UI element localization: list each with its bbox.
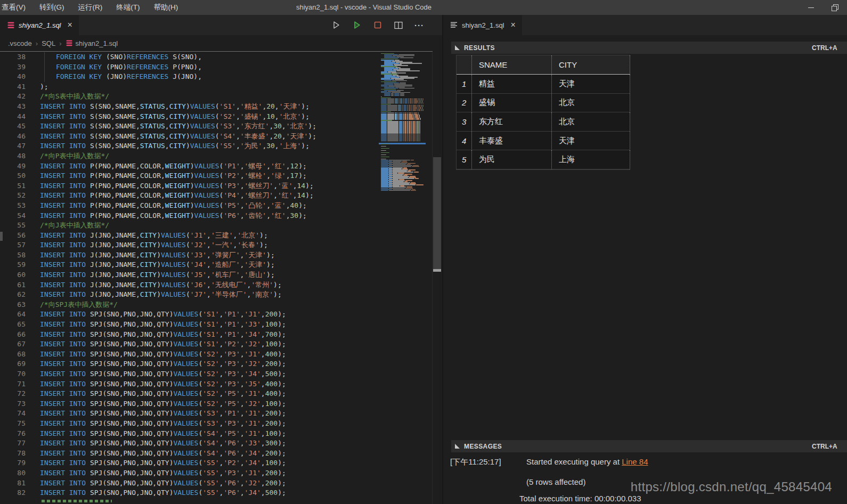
code-token: ) xyxy=(157,250,161,261)
split-editor-icon[interactable] xyxy=(394,20,403,30)
close-icon[interactable]: × xyxy=(510,21,517,29)
code-token: J(JNO,JNAME, xyxy=(86,280,140,290)
code-token: VALUES xyxy=(173,339,198,349)
line-number: 73 xyxy=(0,399,26,409)
line-number: 47 xyxy=(0,141,26,151)
code-token: ( xyxy=(186,260,190,270)
sname-cell[interactable]: 东方红 xyxy=(471,112,551,132)
minimap-line xyxy=(420,119,421,119)
code-token: VALUES xyxy=(173,359,198,369)
table-row[interactable]: 2盛锡北京 xyxy=(457,94,630,113)
line-number: 44 xyxy=(0,112,26,122)
run-query-icon[interactable] xyxy=(331,20,341,30)
city-cell[interactable]: 天津 xyxy=(551,75,630,94)
sname-cell[interactable]: 盛锡 xyxy=(471,94,551,113)
line-84-link[interactable]: Line 84 xyxy=(622,457,648,466)
line-number: 60 xyxy=(0,270,26,280)
code-token: , xyxy=(261,369,265,379)
code-token: INSERT INTO xyxy=(40,231,86,241)
close-icon[interactable]: × xyxy=(67,21,74,29)
code-token: ); xyxy=(278,449,286,459)
column-header-city[interactable]: CITY xyxy=(551,55,630,75)
breadcrumb: .vscode › SQL › shiyan2_1.sql xyxy=(0,35,442,51)
code-token: REFERENCES xyxy=(127,72,168,82)
scrollbar-thumb[interactable] xyxy=(433,157,441,271)
minimap-line xyxy=(410,103,412,103)
code-token: J(JNO,JNAME, xyxy=(86,231,140,241)
code-token: , xyxy=(261,429,265,439)
code-token: '绿' xyxy=(271,171,286,181)
code-token: 'P3' xyxy=(223,419,240,429)
table-row[interactable]: 5为民上海 xyxy=(457,150,630,169)
menu-item-3[interactable]: 终端(T) xyxy=(109,0,146,15)
code-line: 60INSERT INTO J(JNO,JNAME,CITY)VALUES('J… xyxy=(0,270,379,280)
code-token: ( xyxy=(219,191,224,201)
code-token: VALUES xyxy=(173,330,198,340)
minimap-line xyxy=(409,119,414,119)
minimap-line xyxy=(417,133,419,133)
code-token: , xyxy=(240,320,245,330)
breadcrumb-folder[interactable]: .vscode xyxy=(8,39,32,47)
code-token: VALUES xyxy=(173,488,198,498)
code-token: /*向J表中插入数据*/ xyxy=(40,221,109,231)
code-token: 'J4' xyxy=(245,458,261,468)
code-editor[interactable]: 38FOREIGN KEY (SNO)REFERENCES S(SNO),39F… xyxy=(0,52,442,504)
panel-tab-shiyan2-1-sql[interactable]: shiyan2_1.sql × xyxy=(443,15,522,35)
minimap-line xyxy=(409,140,411,140)
code-token: SPJ(SNO,PNO,JNO,QTY) xyxy=(86,369,173,379)
table-row[interactable]: 3东方红北京 xyxy=(457,112,630,132)
sname-cell[interactable]: 为民 xyxy=(471,150,551,169)
code-token: ( xyxy=(186,250,190,261)
minimap-line xyxy=(395,87,405,87)
minimap-line xyxy=(381,137,387,138)
window-title: shiyan2_1.sql - vscode - Visual Studio C… xyxy=(296,0,431,15)
minimap[interactable] xyxy=(379,52,426,504)
code-token: '为民' xyxy=(240,141,263,151)
menu-item-1[interactable]: 转到(G) xyxy=(32,0,71,15)
code-token: SPJ(SNO,PNO,JNO,QTY) xyxy=(86,379,173,389)
results-section-header[interactable]: RESULTS CTRL+A xyxy=(451,42,847,54)
breadcrumb-file[interactable]: shiyan2_1.sql xyxy=(76,39,118,47)
code-token: , xyxy=(269,132,273,142)
tab-shiyan2-1-sql[interactable]: shiyan2_1.sql × xyxy=(0,15,79,35)
code-token: ); xyxy=(298,211,307,221)
results-grid: SNAMECITY1精益天津2盛锡北京3东方红北京4丰泰盛天津5为民上海 xyxy=(456,55,630,170)
more-actions-icon[interactable]: ··· xyxy=(414,20,424,30)
editor-scrollbar[interactable] xyxy=(432,52,442,504)
column-header-sname[interactable]: SNAME xyxy=(471,55,551,75)
minimap-line xyxy=(381,92,391,93)
menu-item-2[interactable]: 运行(R) xyxy=(71,0,110,15)
city-cell[interactable]: 北京 xyxy=(551,112,630,132)
minimap-line xyxy=(407,135,408,136)
code-token: , xyxy=(219,458,224,468)
sname-cell[interactable]: 精益 xyxy=(471,75,551,94)
city-cell[interactable]: 北京 xyxy=(551,94,630,113)
menu-item-4[interactable]: 帮助(H) xyxy=(147,0,185,15)
minimap-line xyxy=(400,58,413,58)
code-token: , xyxy=(240,369,245,379)
code-token: , xyxy=(261,488,265,498)
run-file-icon[interactable] xyxy=(352,20,362,30)
restore-button[interactable] xyxy=(823,0,847,15)
minimize-button[interactable] xyxy=(799,0,823,15)
code-token: , xyxy=(261,320,265,330)
city-cell[interactable]: 上海 xyxy=(551,150,630,169)
code-token: ); xyxy=(298,201,307,211)
city-cell[interactable]: 天津 xyxy=(551,132,630,151)
code-token: ( xyxy=(198,339,202,349)
code-token: P(PNO,PNAME,COLOR, xyxy=(86,201,165,211)
line-number: 66 xyxy=(0,330,26,340)
code-token: P(PNO), xyxy=(168,62,202,72)
minimap-line xyxy=(397,90,404,91)
minimap-line xyxy=(399,139,402,139)
code-token: , xyxy=(261,419,265,429)
code-token: , xyxy=(219,429,224,439)
code-token: FOREIGN KEY xyxy=(56,52,106,62)
breadcrumb-folder[interactable]: SQL xyxy=(42,39,55,47)
table-row[interactable]: 4丰泰盛天津 xyxy=(457,132,630,151)
messages-section-header[interactable]: MESSAGES CTRL+A xyxy=(451,440,847,452)
sname-cell[interactable]: 丰泰盛 xyxy=(471,132,551,151)
table-row[interactable]: 1精益天津 xyxy=(457,75,630,94)
menu-item-0[interactable]: 查看(V) xyxy=(0,0,32,15)
stop-icon[interactable] xyxy=(373,20,382,30)
